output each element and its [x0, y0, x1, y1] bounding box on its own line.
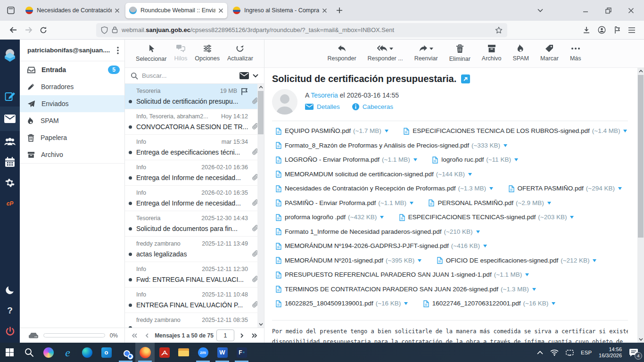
browser-tab-2-active[interactable]: Roundcube Webmail :: Enviados [125, 3, 227, 18]
calendar-icon[interactable] [0, 152, 20, 173]
word-icon[interactable]: W [213, 343, 232, 362]
scroll-up-icon[interactable] [257, 84, 264, 90]
attachment-menu-caret-icon[interactable] [532, 288, 536, 291]
attachment-item[interactable]: 16022746_1207063122001.pdf (~16 KB) [423, 297, 555, 310]
attachment-item[interactable]: MEMORAMDUM solicitud de certificacion-si… [276, 168, 472, 181]
attachment-menu-caret-icon[interactable] [504, 144, 507, 147]
file-explorer-icon[interactable] [174, 343, 193, 362]
attachment-item[interactable]: MEMORÁNDUM Nº201-signed.pdf (~395 KB) [276, 254, 421, 267]
url-bar[interactable]: webmail.sanjuan.gob.ec/cpsess8228965126/… [96, 23, 507, 37]
attachment-menu-caret-icon[interactable] [476, 230, 480, 233]
tab-close-icon[interactable] [218, 8, 223, 13]
attachment-menu-caret-icon[interactable] [410, 202, 413, 205]
attachment-menu-caret-icon[interactable] [380, 216, 384, 219]
mail-nav-icon[interactable] [0, 107, 20, 131]
scroll-up-icon[interactable] [637, 68, 644, 74]
message-list-item[interactable]: Tesoreria 19 MB Solicitud de certificaci… [125, 84, 264, 109]
lock-icon[interactable] [112, 26, 118, 33]
message-list-item[interactable]: Info 2026-02-10 16:35 Entrega del Inform… [125, 186, 264, 211]
delete-button[interactable]: Eliminar [449, 44, 471, 62]
folder-entrada[interactable]: Entrada 5 [20, 61, 124, 78]
headers-link[interactable]: Cabeceras [352, 103, 393, 110]
attachment-menu-caret-icon[interactable] [618, 187, 622, 190]
attachment-item[interactable]: PRESUPUESTO REFERENCIAL PARADERO SAN JUA… [276, 268, 529, 281]
attachment-menu-caret-icon[interactable] [525, 273, 529, 276]
attachment-menu-caret-icon[interactable] [552, 302, 555, 305]
last-page-button[interactable] [249, 330, 259, 341]
attachment-menu-caret-icon[interactable] [570, 216, 574, 219]
spam-button[interactable]: SPAM [513, 44, 529, 62]
clock[interactable]: 14:56 16/3/2026 [599, 346, 622, 359]
tab-close-icon[interactable] [115, 8, 120, 13]
window-close-button[interactable] [621, 3, 640, 18]
compose-icon[interactable] [0, 86, 20, 107]
message-list-item[interactable]: Info 2025-12-11 10:48 ENTREGA FINAL EVAL… [125, 288, 264, 313]
attachment-item[interactable]: TERMINOS DE CONTRATACION PARADERO SAN JU… [276, 283, 536, 296]
reply-button[interactable]: Responder [327, 44, 356, 62]
attachment-menu-caret-icon[interactable] [483, 245, 487, 247]
attachment-item[interactable]: proforma logroño .pdf (~432 KB) [276, 211, 384, 224]
scrollbar-thumb[interactable] [258, 91, 264, 134]
reply-all-button[interactable]: Responder ... [368, 44, 403, 62]
forward-button[interactable] [21, 23, 36, 38]
message-list-item[interactable]: freddy zambrano 2025-12-11 08:35 [125, 313, 264, 328]
attachment-menu-caret-icon[interactable] [468, 173, 472, 176]
message-list-item[interactable]: Info 2026-02-10 16:36 Entrega del Inform… [125, 160, 264, 186]
bookmark-star-icon[interactable] [495, 26, 503, 34]
back-button[interactable] [6, 23, 21, 38]
attachment-item[interactable]: ESPECIFICACIONES TECNICA DE LOS RUBROS-s… [404, 124, 627, 138]
forward-button[interactable]: Reenviar [414, 44, 438, 62]
dark-mode-moon-icon[interactable] [0, 280, 20, 300]
scrollbar-thumb[interactable] [638, 75, 644, 238]
first-page-button[interactable] [130, 330, 140, 341]
cpanel-icon[interactable]: cP [0, 193, 20, 214]
firefox-view-button[interactable] [4, 3, 18, 17]
firmaec-app-icon[interactable]: F≡ [232, 343, 251, 362]
message-list-scrollbar[interactable] [257, 84, 264, 328]
search-input[interactable] [142, 72, 236, 79]
page-number-input[interactable] [216, 329, 234, 341]
open-in-new-window-icon[interactable] [461, 74, 470, 83]
attachment-menu-caret-icon[interactable] [413, 158, 417, 161]
folder-papelera[interactable]: Papelera [20, 129, 124, 146]
help-icon[interactable]: ? [0, 300, 20, 321]
attachment-menu-caret-icon[interactable] [418, 259, 421, 262]
archive-button[interactable]: Archivo [482, 44, 502, 62]
attachment-menu-caret-icon[interactable] [514, 158, 518, 161]
threads-button[interactable]: Hilos [174, 44, 187, 62]
attachment-menu-caret-icon[interactable] [385, 130, 388, 132]
attachment-item[interactable]: logroño ruc.pdf (~11 KB) [432, 153, 518, 166]
search-options-chevron-icon[interactable] [253, 74, 258, 78]
window-minimize-button[interactable] [576, 3, 595, 18]
account-menu-kebab-icon[interactable] [115, 47, 121, 54]
new-tab-button[interactable] [333, 4, 346, 17]
dropdown-caret-icon[interactable] [429, 48, 433, 52]
chrome-icon[interactable] [116, 343, 135, 362]
message-list-item[interactable]: Info, Tesoreria, abraham2... Hoy 14:12 C… [125, 109, 264, 135]
firefox-icon[interactable] [135, 343, 155, 362]
message-list-item[interactable]: Info 2025-12-11 12:30 Fwd: ENTREGA FINAL… [125, 262, 264, 288]
folder-spam[interactable]: SPAM [20, 112, 124, 129]
attachment-item[interactable]: MEMORÁNDUM Nº194-2026-GADPRSJ-PJFT-signe… [276, 239, 487, 253]
list-all-tabs-icon[interactable] [531, 3, 550, 18]
attachment-item[interactable]: OFERTA PASMIÑO.pdf (~294 KB) [509, 182, 622, 195]
connect-display-icon[interactable] [566, 349, 574, 356]
zoom-icon[interactable]: zm [193, 343, 213, 362]
attachment-item[interactable]: ESPECIFICACIONES TECNICAS-signed.pdf (~2… [399, 211, 574, 224]
attachment-menu-caret-icon[interactable] [623, 130, 627, 132]
start-button[interactable] [0, 343, 19, 362]
attachment-item[interactable]: Necesidades de Contratación y Recepción … [276, 182, 493, 195]
downloads-icon[interactable] [583, 26, 590, 34]
folder-borradores[interactable]: Borradores [20, 78, 124, 95]
contacts-icon[interactable] [0, 131, 20, 152]
attachment-menu-caret-icon[interactable] [593, 259, 596, 262]
message-list-item[interactable]: Info mar 15:34 Entrega de especificacion… [125, 135, 264, 160]
tab-close-icon[interactable] [322, 8, 327, 13]
prev-page-button[interactable] [142, 330, 152, 341]
attachment-item[interactable]: EQUIPO PASMIÑO.pdf (~1.7 MB) [276, 124, 388, 138]
browser-tab-3[interactable]: Ingreso al Sistema - Compras P [229, 3, 331, 18]
attachment-menu-caret-icon[interactable] [489, 187, 493, 190]
account-icon[interactable] [598, 26, 606, 34]
acrobat-icon[interactable] [155, 343, 174, 362]
message-list-item[interactable]: Tesoreria 2025-12-30 14:43 Solicitud de … [125, 211, 264, 237]
